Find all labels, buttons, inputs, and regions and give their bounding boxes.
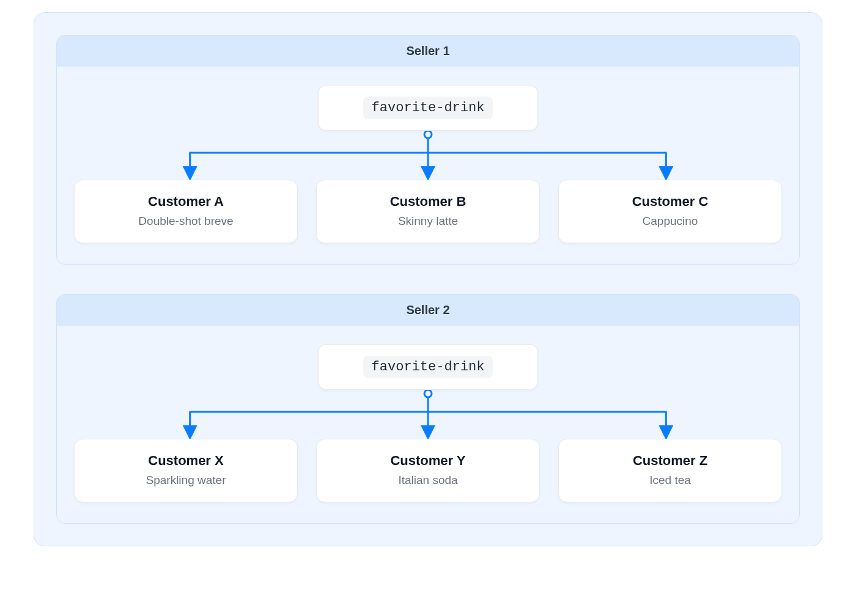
customer-drink: Iced tea [565, 474, 775, 487]
seller-panel: Seller 1 favorite-drink Cu [56, 35, 800, 265]
seller-title: Seller 1 [57, 35, 799, 67]
customer-drink: Skinny latte [323, 215, 533, 228]
connector-lines [74, 131, 782, 180]
customer-card: Customer C Cappucino [558, 180, 782, 243]
customer-card: Customer Y Italian soda [316, 439, 540, 502]
connector-lines [74, 390, 782, 439]
customer-name: Customer Z [565, 453, 775, 469]
seller-panel: Seller 2 favorite-drink Cu [56, 294, 800, 524]
customer-row: Customer X Sparkling water Customer Y It… [74, 439, 782, 502]
customer-card: Customer X Sparkling water [74, 439, 298, 502]
customer-name: Customer B [323, 194, 533, 210]
svg-point-1 [424, 390, 432, 397]
seller-body: favorite-drink Customer X Sparkling [57, 326, 799, 523]
customer-name: Customer C [565, 194, 775, 210]
customer-drink: Double-shot breve [81, 215, 291, 228]
customer-row: Customer A Double-shot breve Customer B … [74, 180, 782, 243]
customer-card: Customer B Skinny latte [316, 180, 540, 243]
customer-card: Customer A Double-shot breve [74, 180, 298, 243]
diagram-container: Seller 1 favorite-drink Cu [34, 12, 822, 546]
customer-name: Customer A [81, 194, 291, 210]
customer-name: Customer X [81, 453, 291, 469]
attribute-code-label: favorite-drink [363, 356, 493, 378]
customer-drink: Italian soda [323, 474, 533, 487]
customer-card: Customer Z Iced tea [558, 439, 782, 502]
seller-title: Seller 2 [57, 295, 799, 326]
attribute-code-label: favorite-drink [363, 97, 493, 119]
attribute-node: favorite-drink [318, 85, 538, 131]
seller-body: favorite-drink Customer A Double-sho [57, 67, 799, 264]
customer-drink: Sparkling water [81, 474, 291, 487]
customer-name: Customer Y [323, 453, 533, 469]
svg-point-0 [424, 131, 432, 138]
customer-drink: Cappucino [565, 215, 775, 228]
attribute-node: favorite-drink [318, 344, 538, 390]
